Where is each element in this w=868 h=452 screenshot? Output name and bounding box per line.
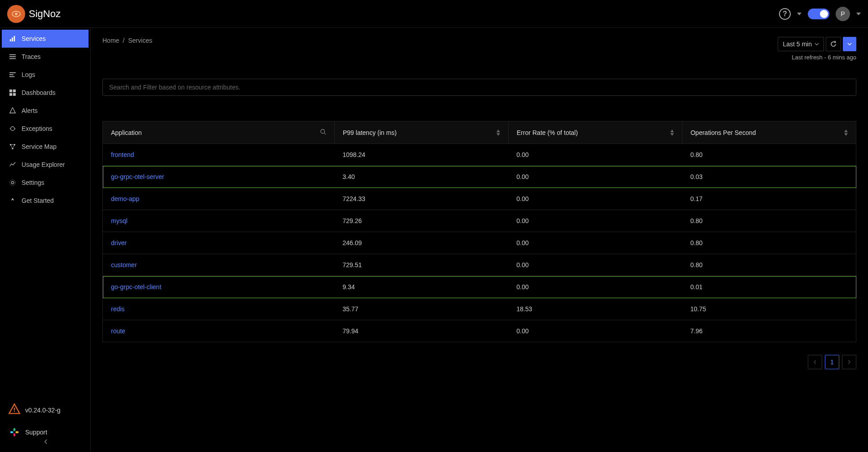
sidebar-item-exceptions[interactable]: Exceptions — [0, 120, 90, 138]
avatar-caret-icon[interactable] — [856, 13, 861, 15]
service-link[interactable]: frontend — [111, 151, 134, 158]
time-range-select[interactable]: Last 5 min — [778, 37, 824, 51]
sidebar-item-logs[interactable]: Logs — [0, 66, 90, 84]
svg-marker-38 — [844, 130, 848, 132]
network-icon — [9, 143, 16, 150]
cell-ops: 0.03 — [682, 166, 856, 188]
page-prev-button[interactable] — [808, 355, 822, 369]
line-chart-icon — [9, 161, 16, 168]
svg-rect-5 — [9, 54, 16, 55]
main-content: Home / Services Last 5 min — [91, 28, 868, 452]
sidebar-item-dashboards[interactable]: Dashboards — [0, 84, 90, 102]
cell-error-rate: 0.00 — [508, 254, 682, 276]
table-row: demo-app7224.330.000.17 — [103, 188, 856, 210]
service-link[interactable]: go-grpc-otel-client — [111, 283, 161, 291]
sidebar-item-traces[interactable]: Traces — [0, 48, 90, 66]
page-number-button[interactable]: 1 — [825, 355, 839, 369]
services-table: Application P99 latency (in ms) — [102, 121, 856, 342]
refresh-interval-button[interactable] — [843, 37, 856, 51]
svg-rect-13 — [9, 93, 12, 96]
cell-error-rate: 0.00 — [508, 276, 682, 298]
table-row: customer729.510.000.80 — [103, 254, 856, 276]
svg-marker-39 — [844, 133, 848, 136]
breadcrumb-current: Services — [128, 37, 152, 44]
sidebar: Services Traces Logs Dashboards Alerts — [0, 28, 91, 452]
align-left-icon — [9, 71, 16, 78]
svg-marker-36 — [670, 130, 674, 132]
chevron-right-icon — [847, 360, 851, 364]
service-link[interactable]: redis — [111, 305, 124, 313]
sort-icon[interactable] — [844, 130, 848, 136]
service-link[interactable]: driver — [111, 239, 127, 246]
cell-p99: 729.26 — [335, 210, 509, 232]
svg-rect-31 — [13, 433, 16, 436]
th-error-rate: Error Rate (% of total) — [517, 129, 578, 136]
breadcrumb: Home / Services — [102, 37, 152, 44]
service-link[interactable]: customer — [111, 261, 137, 269]
brand[interactable]: SigNoz — [7, 5, 61, 23]
th-application: Application — [111, 129, 142, 136]
svg-line-23 — [13, 145, 14, 149]
cell-error-rate: 0.00 — [508, 188, 682, 210]
table-row: go-grpc-otel-client9.340.000.01 — [103, 276, 856, 298]
cell-ops: 0.17 — [682, 188, 856, 210]
svg-point-25 — [10, 180, 15, 185]
search-icon[interactable] — [320, 129, 326, 136]
sidebar-item-alerts[interactable]: Alerts — [0, 102, 90, 120]
service-link[interactable]: mysql — [111, 217, 128, 224]
service-link[interactable]: demo-app — [111, 195, 139, 202]
collapse-sidebar-icon[interactable] — [43, 439, 49, 445]
help-caret-icon[interactable] — [797, 13, 802, 15]
svg-line-33 — [324, 133, 326, 135]
search-input[interactable] — [102, 79, 856, 96]
table-row: route79.940.007.96 — [103, 320, 856, 342]
svg-rect-8 — [9, 72, 16, 73]
help-icon[interactable]: ? — [779, 8, 791, 20]
page-next-button[interactable] — [842, 355, 856, 369]
theme-toggle[interactable] — [808, 9, 829, 19]
sort-icon[interactable] — [670, 130, 674, 136]
last-refresh-text: Last refresh - 6 mins ago — [792, 54, 856, 61]
cell-ops: 0.80 — [682, 232, 856, 254]
cell-p99: 3.40 — [335, 166, 509, 188]
svg-rect-14 — [13, 93, 16, 96]
cell-p99: 79.94 — [335, 320, 509, 342]
sidebar-item-settings[interactable]: Settings — [0, 174, 90, 192]
svg-rect-11 — [9, 90, 12, 92]
brand-logo-icon — [7, 5, 25, 23]
alert-icon — [9, 107, 16, 114]
rocket-icon — [9, 197, 16, 204]
th-ops: Operations Per Second — [691, 129, 756, 136]
version-text: v0.24.0-32-g — [25, 407, 61, 414]
cell-error-rate: 18.53 — [508, 298, 682, 320]
cell-ops: 10.75 — [682, 298, 856, 320]
cell-ops: 0.01 — [682, 276, 856, 298]
sidebar-item-usage-explorer[interactable]: Usage Explorer — [0, 156, 90, 174]
sidebar-item-label: Dashboards — [22, 89, 56, 96]
sidebar-item-services[interactable]: Services — [2, 30, 89, 48]
cell-ops: 0.80 — [682, 144, 856, 166]
svg-rect-10 — [9, 76, 14, 77]
svg-rect-3 — [12, 37, 13, 41]
service-link[interactable]: go-grpc-otel-server — [111, 173, 164, 180]
table-row: driver246.090.000.80 — [103, 232, 856, 254]
cell-ops: 0.80 — [682, 210, 856, 232]
svg-point-15 — [11, 127, 15, 131]
breadcrumb-home[interactable]: Home — [102, 37, 119, 44]
gear-icon — [9, 179, 16, 186]
svg-rect-4 — [14, 36, 15, 41]
chevron-down-icon — [815, 43, 819, 45]
cell-p99: 729.51 — [335, 254, 509, 276]
sidebar-item-get-started[interactable]: Get Started — [0, 192, 90, 210]
sort-icon[interactable] — [496, 130, 500, 136]
cell-p99: 1098.24 — [335, 144, 509, 166]
breadcrumb-sep: / — [123, 37, 124, 44]
cell-p99: 246.09 — [335, 232, 509, 254]
table-row: mysql729.260.000.80 — [103, 210, 856, 232]
sidebar-item-service-map[interactable]: Service Map — [0, 138, 90, 156]
sidebar-item-label: Logs — [22, 71, 35, 78]
version-row[interactable]: v0.24.0-32-g — [0, 398, 90, 421]
avatar[interactable]: P — [836, 7, 850, 21]
refresh-button[interactable] — [826, 37, 841, 51]
service-link[interactable]: route — [111, 327, 125, 335]
